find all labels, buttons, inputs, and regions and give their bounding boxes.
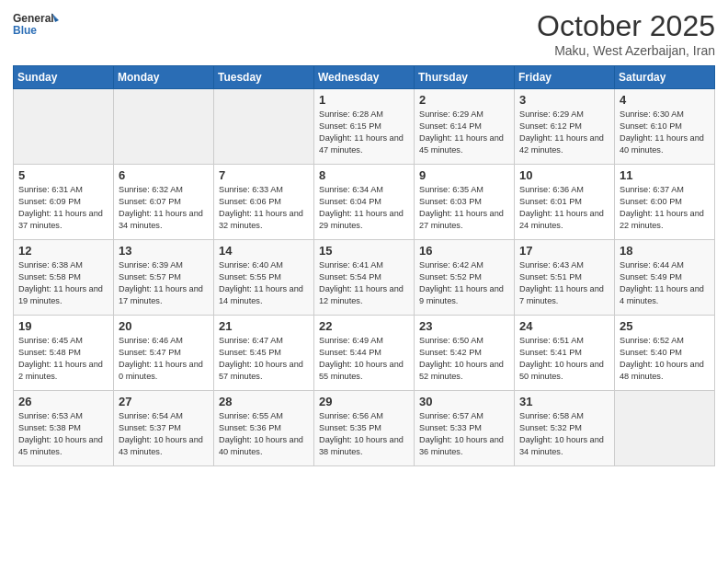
table-row: 23Sunrise: 6:50 AMSunset: 5:42 PMDayligh… [415,316,515,391]
header: General Blue October 2025 Maku, West Aze… [13,9,715,58]
day-info: Sunrise: 6:58 AMSunset: 5:32 PMDaylight:… [519,410,609,458]
day-info: Sunrise: 6:38 AMSunset: 5:58 PMDaylight:… [18,259,108,307]
day-info: Sunrise: 6:30 AMSunset: 6:10 PMDaylight:… [620,109,710,156]
day-info: Sunrise: 6:37 AMSunset: 6:00 PMDaylight:… [620,184,710,232]
day-number: 2 [419,93,509,107]
table-row [114,89,214,165]
table-row: 20Sunrise: 6:46 AMSunset: 5:47 PMDayligh… [114,316,214,391]
day-info: Sunrise: 6:33 AMSunset: 6:06 PMDaylight:… [219,184,309,232]
day-info: Sunrise: 6:47 AMSunset: 5:45 PMDaylight:… [219,335,309,383]
day-number: 29 [319,395,409,408]
day-number: 1 [319,93,409,107]
table-row: 30Sunrise: 6:57 AMSunset: 5:33 PMDayligh… [415,391,515,466]
table-row [214,89,314,165]
table-row: 5Sunrise: 6:31 AMSunset: 6:09 PMDaylight… [14,165,114,240]
day-number: 14 [219,244,309,258]
calendar-week-0: 1Sunrise: 6:28 AMSunset: 6:15 PMDaylight… [14,89,715,165]
table-row: 24Sunrise: 6:51 AMSunset: 5:41 PMDayligh… [515,316,615,391]
day-number: 21 [219,319,309,333]
table-row: 13Sunrise: 6:39 AMSunset: 5:57 PMDayligh… [114,240,214,316]
day-number: 23 [419,319,509,333]
day-info: Sunrise: 6:36 AMSunset: 6:01 PMDaylight:… [519,184,609,232]
day-number: 25 [620,319,710,333]
day-info: Sunrise: 6:40 AMSunset: 5:55 PMDaylight:… [219,259,309,307]
header-tuesday: Tuesday [214,66,314,89]
day-info: Sunrise: 6:53 AMSunset: 5:38 PMDaylight:… [18,410,108,458]
day-info: Sunrise: 6:42 AMSunset: 5:52 PMDaylight:… [419,259,509,307]
day-number: 13 [119,244,209,258]
day-number: 5 [18,168,108,182]
table-row: 16Sunrise: 6:42 AMSunset: 5:52 PMDayligh… [415,240,515,316]
location: Maku, West Azerbaijan, Iran [537,43,715,58]
day-number: 31 [519,395,609,408]
day-number: 18 [620,244,710,258]
day-number: 6 [119,168,209,182]
table-row: 28Sunrise: 6:55 AMSunset: 5:36 PMDayligh… [214,391,314,466]
day-number: 16 [419,244,509,258]
calendar-week-3: 19Sunrise: 6:45 AMSunset: 5:48 PMDayligh… [14,316,715,391]
day-number: 27 [119,395,209,408]
calendar-week-2: 12Sunrise: 6:38 AMSunset: 5:58 PMDayligh… [14,240,715,316]
day-info: Sunrise: 6:32 AMSunset: 6:07 PMDaylight:… [119,184,209,232]
table-row: 4Sunrise: 6:30 AMSunset: 6:10 PMDaylight… [615,89,715,165]
day-info: Sunrise: 6:54 AMSunset: 5:37 PMDaylight:… [119,410,209,458]
day-number: 9 [419,168,509,182]
day-info: Sunrise: 6:51 AMSunset: 5:41 PMDaylight:… [519,335,609,383]
day-info: Sunrise: 6:49 AMSunset: 5:44 PMDaylight:… [319,335,409,383]
day-info: Sunrise: 6:28 AMSunset: 6:15 PMDaylight:… [319,109,409,156]
table-row: 14Sunrise: 6:40 AMSunset: 5:55 PMDayligh… [214,240,314,316]
header-friday: Friday [515,66,615,89]
day-info: Sunrise: 6:50 AMSunset: 5:42 PMDaylight:… [419,335,509,383]
day-info: Sunrise: 6:41 AMSunset: 5:54 PMDaylight:… [319,259,409,307]
table-row [615,391,715,466]
table-row: 17Sunrise: 6:43 AMSunset: 5:51 PMDayligh… [515,240,615,316]
table-row: 22Sunrise: 6:49 AMSunset: 5:44 PMDayligh… [314,316,415,391]
table-row: 9Sunrise: 6:35 AMSunset: 6:03 PMDaylight… [415,165,515,240]
day-info: Sunrise: 6:45 AMSunset: 5:48 PMDaylight:… [18,335,108,383]
day-info: Sunrise: 6:46 AMSunset: 5:47 PMDaylight:… [119,335,209,383]
day-info: Sunrise: 6:44 AMSunset: 5:49 PMDaylight:… [620,259,710,307]
table-row: 18Sunrise: 6:44 AMSunset: 5:49 PMDayligh… [615,240,715,316]
table-row: 21Sunrise: 6:47 AMSunset: 5:45 PMDayligh… [214,316,314,391]
day-info: Sunrise: 6:29 AMSunset: 6:14 PMDaylight:… [419,109,509,156]
svg-marker-3 [53,17,59,22]
day-info: Sunrise: 6:35 AMSunset: 6:03 PMDaylight:… [419,184,509,232]
day-number: 8 [319,168,409,182]
table-row: 8Sunrise: 6:34 AMSunset: 6:04 PMDaylight… [314,165,415,240]
day-number: 26 [18,395,108,408]
day-number: 11 [620,168,710,182]
table-row: 1Sunrise: 6:28 AMSunset: 6:15 PMDaylight… [314,89,415,165]
header-monday: Monday [114,66,214,89]
table-row: 15Sunrise: 6:41 AMSunset: 5:54 PMDayligh… [314,240,415,316]
day-number: 17 [519,244,609,258]
table-row [14,89,114,165]
day-info: Sunrise: 6:29 AMSunset: 6:12 PMDaylight:… [519,109,609,156]
day-info: Sunrise: 6:39 AMSunset: 5:57 PMDaylight:… [119,259,209,307]
calendar-week-1: 5Sunrise: 6:31 AMSunset: 6:09 PMDaylight… [14,165,715,240]
day-number: 20 [119,319,209,333]
title-area: October 2025 Maku, West Azerbaijan, Iran [537,9,715,58]
header-saturday: Saturday [615,66,715,89]
day-number: 30 [419,395,509,408]
calendar-week-4: 26Sunrise: 6:53 AMSunset: 5:38 PMDayligh… [14,391,715,466]
svg-text:Blue: Blue [13,24,37,37]
table-row: 29Sunrise: 6:56 AMSunset: 5:35 PMDayligh… [314,391,415,466]
header-sunday: Sunday [14,66,114,89]
day-number: 4 [620,93,710,107]
day-number: 22 [319,319,409,333]
day-info: Sunrise: 6:52 AMSunset: 5:40 PMDaylight:… [620,335,710,383]
page: General Blue October 2025 Maku, West Aze… [0,0,728,563]
day-number: 24 [519,319,609,333]
header-wednesday: Wednesday [314,66,415,89]
month-title: October 2025 [537,9,715,43]
table-row: 25Sunrise: 6:52 AMSunset: 5:40 PMDayligh… [615,316,715,391]
day-info: Sunrise: 6:56 AMSunset: 5:35 PMDaylight:… [319,410,409,458]
day-info: Sunrise: 6:43 AMSunset: 5:51 PMDaylight:… [519,259,609,307]
table-row: 7Sunrise: 6:33 AMSunset: 6:06 PMDaylight… [214,165,314,240]
table-row: 26Sunrise: 6:53 AMSunset: 5:38 PMDayligh… [14,391,114,466]
day-number: 10 [519,168,609,182]
header-thursday: Thursday [415,66,515,89]
table-row: 31Sunrise: 6:58 AMSunset: 5:32 PMDayligh… [515,391,615,466]
day-number: 3 [519,93,609,107]
table-row: 10Sunrise: 6:36 AMSunset: 6:01 PMDayligh… [515,165,615,240]
